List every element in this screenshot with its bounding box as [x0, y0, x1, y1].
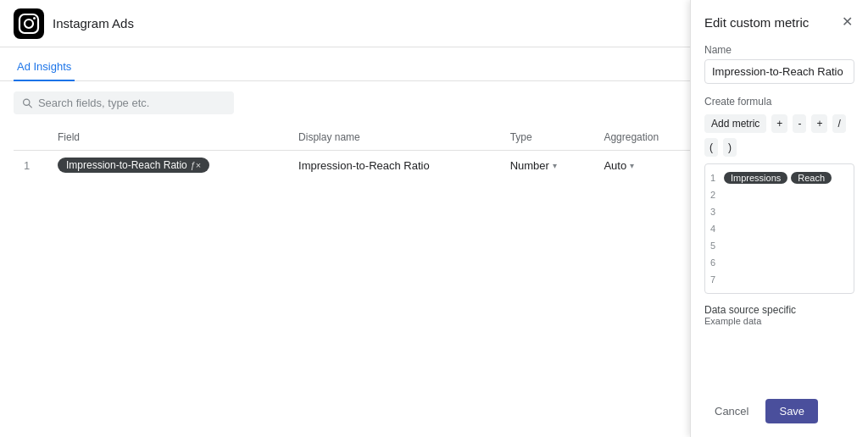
- panel-title: Edit custom metric: [704, 15, 809, 30]
- col-display-name: Display name: [288, 124, 500, 151]
- row-type: Number ▾: [500, 151, 594, 180]
- formula-line-7: 7: [710, 271, 849, 288]
- row-aggregation: Auto ▾: [593, 151, 698, 180]
- line-num-2: 2: [710, 190, 721, 200]
- name-label: Name: [704, 44, 854, 56]
- row-number: 1: [14, 151, 47, 180]
- edit-custom-metric-panel: Edit custom metric ✕ Name Create formula…: [690, 0, 868, 437]
- col-num: [14, 124, 47, 151]
- data-source-section: Data source specific Example data: [704, 304, 854, 326]
- tab-ad-insights[interactable]: Ad Insights: [14, 53, 75, 81]
- type-dropdown-arrow: ▾: [553, 161, 557, 170]
- op-plus-2[interactable]: +: [811, 114, 827, 133]
- app-title: Instagram Ads: [53, 16, 134, 30]
- op-open-paren[interactable]: (: [704, 138, 718, 157]
- search-input-wrap: [14, 91, 234, 114]
- close-panel-button[interactable]: ✕: [840, 14, 854, 30]
- row-display-name: Impression-to-Reach Ratio: [288, 151, 500, 180]
- line-num-1: 1: [710, 173, 721, 183]
- data-source-label: Data source specific: [704, 304, 854, 316]
- op-plus-1[interactable]: +: [771, 114, 787, 133]
- formula-toolbar: Add metric + - + / ( ): [704, 114, 854, 157]
- logo-wrap: Instagram Ads: [14, 8, 134, 39]
- instagram-logo-icon: [14, 8, 44, 39]
- svg-line-5: [29, 104, 31, 107]
- formula-line-5: 5: [710, 237, 849, 254]
- col-aggregation: Aggregation: [593, 124, 698, 151]
- save-button[interactable]: Save: [765, 399, 818, 423]
- col-type: Type: [500, 124, 594, 151]
- agg-dropdown-arrow: ▾: [630, 161, 634, 170]
- panel-actions: Cancel Save: [704, 399, 854, 423]
- panel-header: Edit custom metric ✕: [704, 14, 854, 30]
- formula-line-1: 1 Impressions Reach: [710, 169, 849, 186]
- op-close-paren[interactable]: ): [723, 138, 737, 157]
- data-source-sub: Example data: [704, 316, 854, 326]
- metric-name-input[interactable]: [704, 59, 854, 84]
- edit-formula-icon: ƒ×: [191, 160, 202, 170]
- formula-line-4: 4: [710, 220, 849, 237]
- formula-line-6: 6: [710, 254, 849, 271]
- search-icon: [22, 97, 33, 109]
- svg-rect-0: [14, 8, 44, 39]
- line-num-6: 6: [710, 257, 721, 268]
- impressions-chip[interactable]: Impressions: [724, 172, 787, 184]
- aggregation-select[interactable]: Auto ▾: [604, 159, 634, 172]
- type-select[interactable]: Number ▾: [510, 159, 557, 172]
- row-field: Impression-to-Reach Ratio ƒ×: [47, 151, 288, 180]
- svg-point-3: [33, 17, 36, 19]
- formula-editor: 1 Impressions Reach 2 3 4 5 6 7: [704, 163, 854, 294]
- line-num-4: 4: [710, 224, 721, 234]
- line-num-7: 7: [710, 274, 721, 285]
- search-input[interactable]: [38, 97, 225, 109]
- line-num-5: 5: [710, 241, 721, 251]
- line-num-3: 3: [710, 207, 721, 217]
- op-divide[interactable]: /: [832, 114, 845, 133]
- formula-line-3: 3: [710, 203, 849, 220]
- add-metric-button[interactable]: Add metric: [704, 114, 766, 133]
- col-field: Field: [47, 124, 288, 151]
- formula-section-label: Create formula: [704, 96, 854, 108]
- reach-chip[interactable]: Reach: [791, 172, 832, 184]
- formula-line-2: 2: [710, 186, 849, 203]
- cancel-button[interactable]: Cancel: [704, 399, 759, 423]
- op-minus[interactable]: -: [793, 114, 806, 133]
- field-tag: Impression-to-Reach Ratio ƒ×: [58, 158, 209, 173]
